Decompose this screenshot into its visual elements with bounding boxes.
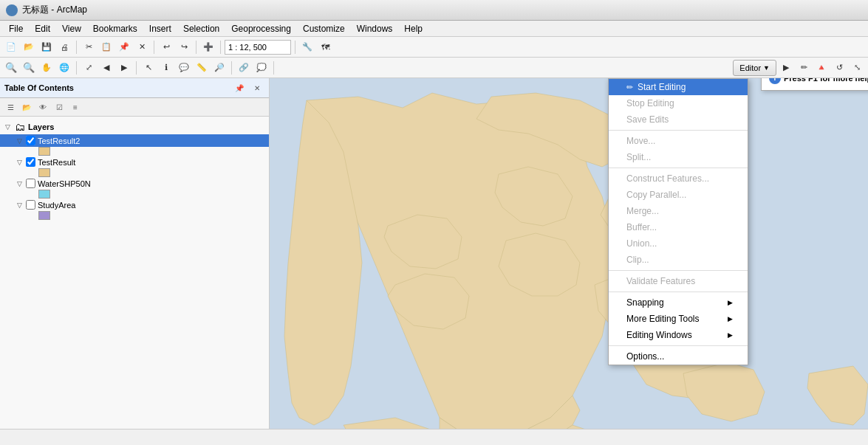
find-btn[interactable]: 🔎 bbox=[211, 60, 228, 76]
select-btn[interactable]: ↖ bbox=[140, 60, 157, 76]
testresult2-swatch bbox=[38, 147, 50, 156]
toc-list-view[interactable]: ☰ bbox=[3, 100, 18, 114]
menu-editing-windows[interactable]: Editing Windows ▶ bbox=[609, 327, 748, 343]
print-btn[interactable]: 🖨 bbox=[56, 39, 72, 55]
zoom-out-btn[interactable]: 🔍 bbox=[21, 60, 37, 76]
toc-close-btn[interactable]: ✕ bbox=[250, 80, 264, 95]
toc-selection-view[interactable]: ☑ bbox=[52, 100, 66, 114]
map-area[interactable]: ✏ Start Editing Stop Editing Save Edits … bbox=[270, 78, 868, 429]
toolbar-tools: 🔍 🔍 ✋ 🌐 ⤢ ◀ ▶ ↖ ℹ 💬 📏 🔎 🔗 💭 Editor ▼ ▶ ✏… bbox=[0, 58, 868, 78]
menu-customize[interactable]: Customize bbox=[297, 22, 351, 35]
union-label: Union... bbox=[626, 238, 657, 249]
copy-btn[interactable]: 📋 bbox=[98, 39, 115, 55]
testresult2-checkbox[interactable] bbox=[26, 136, 35, 145]
sep5 bbox=[295, 41, 295, 54]
status-bar bbox=[0, 429, 868, 445]
nextextent-btn[interactable]: ▶ bbox=[116, 60, 132, 76]
info-btn[interactable]: ℹ bbox=[158, 60, 174, 76]
options-label: Options... bbox=[626, 351, 664, 362]
menu-start-editing[interactable]: ✏ Start Editing bbox=[609, 79, 748, 95]
testresult-checkbox[interactable] bbox=[26, 157, 35, 167]
undo-btn[interactable]: ↩ bbox=[158, 39, 174, 55]
scale-input[interactable]: 1 : 12, 500 bbox=[225, 40, 291, 55]
paste-btn[interactable]: 📌 bbox=[116, 39, 132, 55]
redo-btn[interactable]: ↪ bbox=[176, 39, 192, 55]
editor-dropdown-arrow: ▼ bbox=[763, 64, 770, 72]
toc-options[interactable]: ≡ bbox=[68, 100, 83, 114]
new-btn[interactable]: 📄 bbox=[3, 39, 19, 55]
zoom-in-btn[interactable]: 🔍 bbox=[3, 60, 19, 76]
menu-help[interactable]: Help bbox=[398, 22, 428, 35]
layer-testresult2[interactable]: ▽ TestResult2 bbox=[0, 134, 269, 147]
studyarea-checkbox[interactable] bbox=[26, 200, 35, 210]
testresult-name: TestResult bbox=[38, 158, 75, 167]
more-tools-arrow: ▶ bbox=[728, 315, 733, 322]
prevextent-btn[interactable]: ◀ bbox=[98, 60, 115, 76]
toc-source-view[interactable]: 📂 bbox=[19, 100, 34, 114]
menu-file[interactable]: File bbox=[3, 22, 29, 35]
sep6 bbox=[76, 61, 77, 75]
measure-btn[interactable]: 📏 bbox=[194, 60, 210, 76]
reshape-btn[interactable]: 🔺 bbox=[813, 60, 830, 76]
watershp50n-checkbox[interactable] bbox=[26, 179, 35, 188]
menu-validate-features[interactable]: Validate Features bbox=[609, 273, 748, 289]
menu-options[interactable]: Options... bbox=[609, 348, 748, 365]
help-icon: i bbox=[769, 78, 781, 84]
rotate-btn[interactable]: ↺ bbox=[831, 60, 847, 76]
edit-vertices-btn[interactable]: ✏ bbox=[796, 60, 812, 76]
layer-watershp50n[interactable]: ▽ WaterSHP50N bbox=[0, 177, 269, 190]
toc-header: Table Of Contents 📌 ✕ bbox=[0, 78, 269, 98]
menu-view[interactable]: View bbox=[56, 22, 87, 35]
menu-construct-features[interactable]: Construct Features... bbox=[609, 170, 748, 187]
menu-stop-editing[interactable]: Stop Editing bbox=[609, 95, 748, 111]
toc-visibility-view[interactable]: 👁 bbox=[35, 100, 50, 114]
menu-copy-parallel[interactable]: Copy Parallel... bbox=[609, 187, 748, 203]
save-edits-label: Save Edits bbox=[626, 114, 669, 125]
pan-btn[interactable]: ✋ bbox=[38, 60, 55, 76]
editor-tools[interactable]: 🗺 bbox=[317, 39, 333, 55]
hyperlink-btn[interactable]: 🔗 bbox=[236, 60, 252, 76]
tools-btn[interactable]: 🔧 bbox=[299, 39, 315, 55]
adddata-btn[interactable]: ➕ bbox=[200, 39, 216, 55]
studyarea-expand: ▽ bbox=[15, 201, 24, 210]
layer-studyarea[interactable]: ▽ StudyArea bbox=[0, 199, 269, 211]
menu-save-edits[interactable]: Save Edits bbox=[609, 111, 748, 128]
sep-1 bbox=[609, 130, 748, 131]
sep2 bbox=[154, 41, 154, 54]
delete-btn[interactable]: ✕ bbox=[134, 39, 150, 55]
menu-more-editing-tools[interactable]: More Editing Tools ▶ bbox=[609, 311, 748, 327]
globe-btn[interactable]: 🌐 bbox=[56, 60, 72, 76]
layers-group[interactable]: ▽ 🗂 Layers bbox=[0, 120, 269, 134]
menu-union[interactable]: Union... bbox=[609, 235, 748, 252]
menu-insert[interactable]: Insert bbox=[143, 22, 177, 35]
pencil-icon: ✏ bbox=[626, 83, 633, 92]
menu-clip[interactable]: Clip... bbox=[609, 252, 748, 268]
save-btn[interactable]: 💾 bbox=[38, 39, 55, 55]
sep1 bbox=[76, 41, 77, 54]
menu-move[interactable]: Move... bbox=[609, 133, 748, 149]
more-editing-tools-label: More Editing Tools bbox=[626, 314, 700, 324]
layer-testresult[interactable]: ▽ TestResult bbox=[0, 156, 269, 168]
scale-tool-btn[interactable]: ⤡ bbox=[849, 60, 865, 76]
toc-title: Table Of Contents bbox=[4, 83, 74, 92]
edit-tool-btn[interactable]: ▶ bbox=[778, 60, 794, 76]
open-btn[interactable]: 📂 bbox=[21, 39, 37, 55]
editing-windows-label: Editing Windows bbox=[626, 330, 692, 340]
menu-windows[interactable]: Windows bbox=[351, 22, 399, 35]
menu-split[interactable]: Split... bbox=[609, 149, 748, 165]
menu-buffer[interactable]: Buffer... bbox=[609, 219, 748, 235]
toc-pin-btn[interactable]: 📌 bbox=[232, 80, 247, 95]
tooltip-help: i Press F1 for more help. bbox=[769, 78, 868, 84]
identify-btn[interactable]: 💬 bbox=[176, 60, 192, 76]
menu-edit[interactable]: Edit bbox=[29, 22, 56, 35]
menu-bookmarks[interactable]: Bookmarks bbox=[87, 22, 143, 35]
editor-dropdown-btn[interactable]: Editor ▼ bbox=[733, 60, 776, 76]
fullextent-btn[interactable]: ⤢ bbox=[81, 60, 97, 76]
htmlpopup-btn[interactable]: 💭 bbox=[253, 60, 270, 76]
menu-selection[interactable]: Selection bbox=[177, 22, 225, 35]
menu-geoprocessing[interactable]: Geoprocessing bbox=[225, 22, 297, 35]
menu-snapping[interactable]: Snapping ▶ bbox=[609, 294, 748, 311]
app-icon bbox=[6, 4, 18, 16]
menu-merge[interactable]: Merge... bbox=[609, 203, 748, 219]
cut-btn[interactable]: ✂ bbox=[81, 39, 97, 55]
